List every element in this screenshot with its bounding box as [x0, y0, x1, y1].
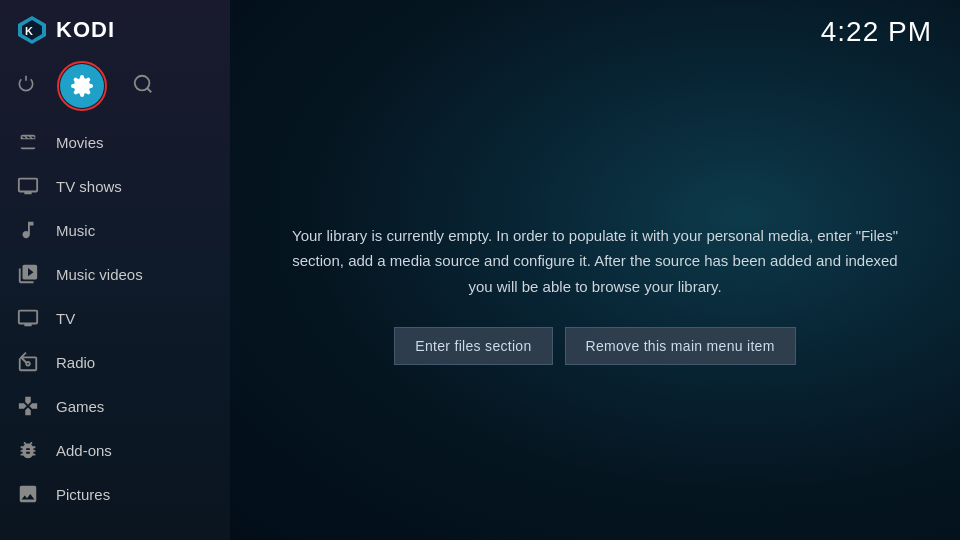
tv-icon — [16, 306, 40, 330]
settings-icon-wrapper — [60, 64, 104, 108]
power-icon[interactable] — [16, 74, 36, 99]
gear-icon — [70, 74, 94, 98]
nav-menu: Movies TV shows Music Music videos TV — [0, 120, 230, 540]
tvshows-icon — [16, 174, 40, 198]
action-buttons-group: Enter files section Remove this main men… — [394, 327, 795, 365]
games-icon — [16, 394, 40, 418]
sidebar-item-movies[interactable]: Movies — [0, 120, 230, 164]
movies-icon — [16, 130, 40, 154]
tv-label: TV — [56, 310, 75, 327]
sidebar: K KODI — [0, 0, 230, 540]
musicvideos-label: Music videos — [56, 266, 143, 283]
main-header: 4:22 PM — [230, 0, 960, 48]
top-icons-bar — [0, 56, 230, 120]
radio-label: Radio — [56, 354, 95, 371]
sidebar-item-music[interactable]: Music — [0, 208, 230, 252]
games-label: Games — [56, 398, 104, 415]
sidebar-item-tvshows[interactable]: TV shows — [0, 164, 230, 208]
library-empty-message: Your library is currently empty. In orde… — [290, 223, 900, 300]
clock-display: 4:22 PM — [821, 16, 932, 48]
tvshows-label: TV shows — [56, 178, 122, 195]
musicvideos-icon — [16, 262, 40, 286]
remove-menu-item-button[interactable]: Remove this main menu item — [565, 327, 796, 365]
main-content-area: 4:22 PM Your library is currently empty.… — [230, 0, 960, 540]
sidebar-item-radio[interactable]: Radio — [0, 340, 230, 384]
main-content: Your library is currently empty. In orde… — [230, 48, 960, 540]
sidebar-item-addons[interactable]: Add-ons — [0, 428, 230, 472]
movies-label: Movies — [56, 134, 104, 151]
app-title: KODI — [56, 17, 115, 43]
music-label: Music — [56, 222, 95, 239]
enter-files-button[interactable]: Enter files section — [394, 327, 552, 365]
svg-text:K: K — [25, 25, 33, 37]
pictures-label: Pictures — [56, 486, 110, 503]
sidebar-item-musicvideos[interactable]: Music videos — [0, 252, 230, 296]
sidebar-item-tv[interactable]: TV — [0, 296, 230, 340]
svg-point-3 — [135, 75, 150, 90]
sidebar-item-pictures[interactable]: Pictures — [0, 472, 230, 516]
addons-label: Add-ons — [56, 442, 112, 459]
sidebar-header: K KODI — [0, 0, 230, 56]
kodi-logo-icon: K — [16, 14, 48, 46]
addons-icon — [16, 438, 40, 462]
radio-icon — [16, 350, 40, 374]
music-icon — [16, 218, 40, 242]
svg-line-4 — [147, 88, 151, 92]
search-icon[interactable] — [132, 73, 154, 100]
sidebar-item-games[interactable]: Games — [0, 384, 230, 428]
pictures-icon — [16, 482, 40, 506]
settings-button[interactable] — [60, 64, 104, 108]
